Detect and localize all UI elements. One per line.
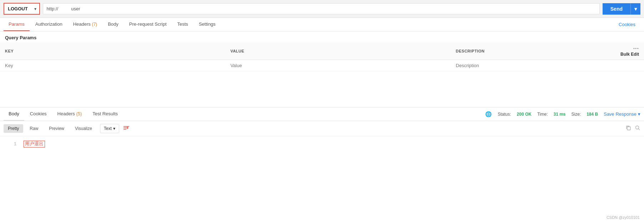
view-visualize-button[interactable]: Visualize <box>71 124 96 133</box>
method-label: LOGOUT <box>8 6 28 11</box>
save-response-button[interactable]: Save Response ▾ <box>604 111 640 117</box>
response-text: 用户退出 <box>24 141 45 147</box>
svg-line-5 <box>639 129 640 130</box>
save-response-dropdown-icon: ▾ <box>638 111 640 117</box>
col-key: KEY <box>0 42 225 60</box>
request-tab-bar: Params Authorization Headers (7) Body Pr… <box>0 18 644 31</box>
copy-icon[interactable] <box>625 125 631 132</box>
col-bulk: ··· Bulk Edit <box>612 42 644 60</box>
line-number: 1 <box>6 142 16 147</box>
search-icon[interactable] <box>635 125 640 132</box>
tab-params[interactable]: Params <box>4 18 30 31</box>
response-tab-body[interactable]: Body <box>4 107 24 121</box>
view-preview-button[interactable]: Preview <box>45 124 69 133</box>
response-tab-test-results[interactable]: Test Results <box>87 107 123 121</box>
send-button-group: Send ▾ <box>603 3 640 15</box>
request-tabs: Params Authorization Headers (7) Body Pr… <box>4 18 221 31</box>
url-input[interactable] <box>43 3 600 14</box>
status-label: Status: <box>498 112 511 117</box>
svg-point-4 <box>636 126 639 129</box>
wrap-icon[interactable] <box>123 125 130 132</box>
tab-body[interactable]: Body <box>103 18 124 31</box>
size-label: Size: <box>572 112 581 117</box>
response-section: Body Cookies Headers (5) Test Results 🌐 … <box>0 107 644 179</box>
send-button[interactable]: Send ▾ <box>603 3 640 15</box>
svg-rect-3 <box>627 127 630 130</box>
col-description: DESCRIPTION <box>451 42 612 60</box>
tab-authorization[interactable]: Authorization <box>30 18 67 31</box>
method-button[interactable]: LOGOUT <box>4 4 31 14</box>
spacer <box>0 71 644 93</box>
params-table: KEY VALUE DESCRIPTION ··· Bulk Edit <box>0 42 644 71</box>
time-label: Time: <box>537 112 548 117</box>
response-tab-bar: Body Cookies Headers (5) Test Results 🌐 … <box>0 107 644 121</box>
more-options-icon[interactable]: ··· <box>633 45 639 51</box>
globe-icon: 🌐 <box>485 111 492 117</box>
response-action-icons <box>625 125 640 132</box>
view-bar: Pretty Raw Preview Visualize Text ▾ <box>0 121 644 136</box>
send-label: Send <box>603 3 630 15</box>
tab-pre-request-script[interactable]: Pre-request Script <box>124 18 172 31</box>
view-raw-button[interactable]: Raw <box>25 124 42 133</box>
send-dropdown-icon[interactable]: ▾ <box>630 3 640 15</box>
status-value: 200 OK <box>517 112 532 117</box>
col-value: VALUE <box>225 42 451 60</box>
tab-settings[interactable]: Settings <box>194 18 221 31</box>
method-container: LOGOUT ▾ <box>4 3 40 15</box>
response-tab-headers[interactable]: Headers (5) <box>52 107 87 121</box>
format-chevron-icon: ▾ <box>113 126 115 131</box>
method-chevron-icon: ▾ <box>34 6 36 11</box>
time-value: 31 ms <box>553 112 565 117</box>
response-status-bar: 🌐 Status: 200 OK Time: 31 ms Size: 184 B… <box>485 111 640 117</box>
cookies-link[interactable]: Cookies <box>614 18 640 31</box>
tab-headers[interactable]: Headers (7) <box>68 18 102 31</box>
method-dropdown-button[interactable]: ▾ <box>31 4 39 14</box>
query-params-header: Query Params <box>0 31 644 42</box>
bulk-edit-button[interactable]: Bulk Edit <box>620 52 639 57</box>
table-row <box>0 60 644 71</box>
key-input[interactable] <box>5 63 220 68</box>
query-params-section: Query Params KEY VALUE DESCRIPTION ··· B… <box>0 31 644 71</box>
format-select[interactable]: Text ▾ <box>100 124 119 133</box>
view-pretty-button[interactable]: Pretty <box>4 124 23 133</box>
value-input[interactable] <box>230 63 446 68</box>
response-tabs: Body Cookies Headers (5) Test Results <box>4 107 123 121</box>
size-value: 184 B <box>587 112 598 117</box>
response-tab-cookies[interactable]: Cookies <box>25 107 52 121</box>
response-body: 1 用户退出 <box>0 136 644 179</box>
tab-tests[interactable]: Tests <box>172 18 193 31</box>
description-input[interactable] <box>456 63 607 68</box>
top-bar: LOGOUT ▾ Send ▾ <box>0 0 644 18</box>
